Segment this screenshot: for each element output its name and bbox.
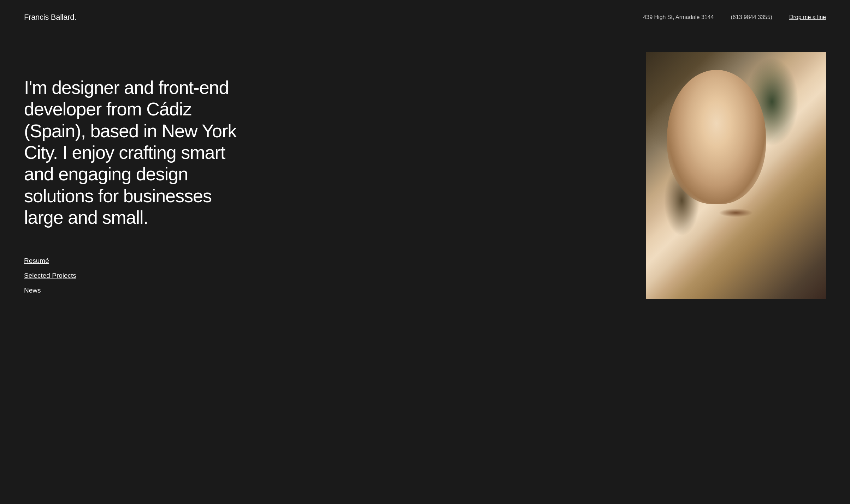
nav-link-resume[interactable]: Resumé [24, 257, 49, 265]
nav-link-selected-projects[interactable]: Selected Projects [24, 272, 76, 280]
portrait-image [646, 52, 826, 299]
header-address: 439 High St, Armadale 3144 [643, 14, 714, 20]
main-content: I'm designer and front-end developer fro… [0, 35, 850, 496]
site-logo: Francis Ballard. [24, 13, 76, 22]
portrait-panel [646, 52, 826, 299]
portrait-overlay [646, 52, 826, 299]
left-panel: I'm designer and front-end developer fro… [24, 63, 243, 294]
drop-me-a-line-link[interactable]: Drop me a line [789, 14, 826, 20]
site-header: Francis Ballard. 439 High St, Armadale 3… [0, 0, 850, 35]
nav-link-news[interactable]: News [24, 287, 41, 294]
hero-heading: I'm designer and front-end developer fro… [24, 77, 243, 229]
header-phone: (613 9844 3355) [731, 14, 772, 20]
header-contact-info: 439 High St, Armadale 3144 (613 9844 335… [643, 14, 826, 20]
nav-links: Resumé Selected Projects News [24, 257, 243, 294]
